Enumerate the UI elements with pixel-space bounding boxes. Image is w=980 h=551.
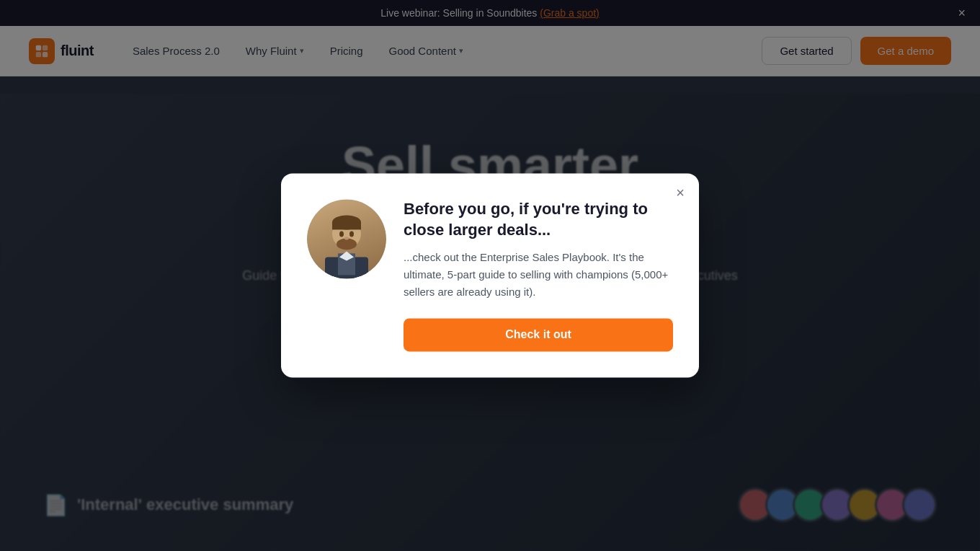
modal-cta-button[interactable]: Check it out	[404, 319, 673, 352]
modal-close-button[interactable]: ×	[676, 185, 685, 201]
svg-point-9	[349, 231, 354, 237]
svg-rect-6	[332, 222, 361, 229]
modal-text-content: Before you go, if you're trying to close…	[404, 199, 673, 351]
svg-point-8	[339, 231, 344, 237]
svg-point-10	[344, 237, 349, 239]
avatar-image	[307, 199, 386, 278]
modal-title: Before you go, if you're trying to close…	[404, 199, 673, 240]
modal-description: ...check out the Enterprise Sales Playbo…	[404, 250, 673, 301]
modal-content: Before you go, if you're trying to close…	[307, 199, 673, 351]
modal-avatar	[307, 199, 386, 278]
exit-intent-modal: ×	[281, 173, 699, 377]
svg-point-7	[337, 238, 357, 250]
person-illustration	[318, 213, 375, 278]
